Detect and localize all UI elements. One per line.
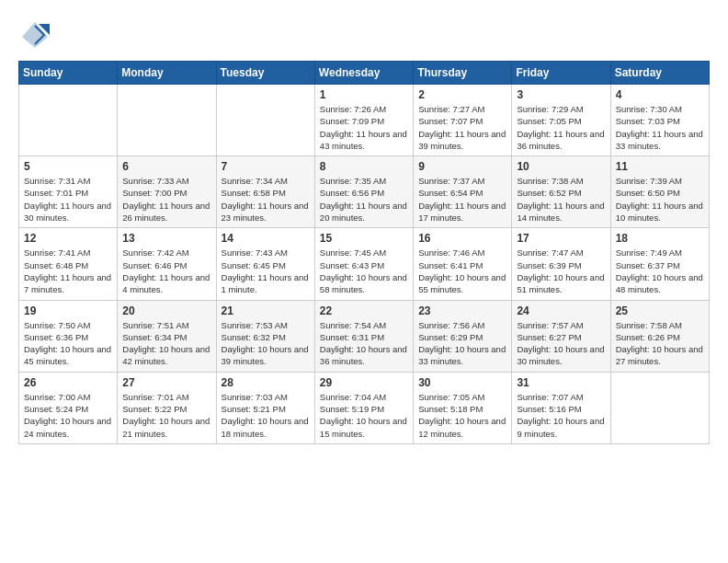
day-info: Sunrise: 7:03 AMSunset: 5:21 PMDaylight:…	[222, 391, 310, 440]
day-number: 1	[320, 88, 408, 101]
day-number: 7	[222, 160, 310, 173]
day-info: Sunrise: 7:27 AMSunset: 7:07 PMDaylight:…	[418, 103, 506, 152]
day-number: 14	[222, 232, 310, 245]
day-number: 17	[517, 232, 605, 245]
calendar-cell: 30Sunrise: 7:05 AMSunset: 5:18 PMDayligh…	[414, 372, 512, 443]
calendar-cell: 8Sunrise: 7:35 AMSunset: 6:56 PMDaylight…	[314, 156, 413, 228]
calendar-table: SundayMondayTuesdayWednesdayThursdayFrid…	[18, 61, 710, 444]
page-header	[18, 18, 710, 52]
day-number: 21	[222, 304, 310, 317]
day-number: 25	[616, 304, 704, 317]
calendar-cell	[216, 85, 314, 156]
day-info: Sunrise: 7:41 AMSunset: 6:48 PMDaylight:…	[24, 247, 112, 295]
calendar-cell: 31Sunrise: 7:07 AMSunset: 5:16 PMDayligh…	[512, 372, 610, 443]
day-number: 15	[320, 232, 408, 245]
day-info: Sunrise: 7:38 AMSunset: 6:52 PMDaylight:…	[517, 175, 605, 224]
calendar-cell: 27Sunrise: 7:01 AMSunset: 5:22 PMDayligh…	[118, 372, 216, 443]
day-info: Sunrise: 7:01 AMSunset: 5:22 PMDaylight:…	[122, 391, 210, 440]
logo-icon	[18, 18, 51, 52]
calendar-week-4: 19Sunrise: 7:50 AMSunset: 6:36 PMDayligh…	[19, 300, 710, 372]
weekday-header-row: SundayMondayTuesdayWednesdayThursdayFrid…	[19, 62, 710, 85]
calendar-cell: 1Sunrise: 7:26 AMSunset: 7:09 PMDaylight…	[314, 85, 413, 156]
day-number: 19	[24, 304, 112, 317]
day-info: Sunrise: 7:05 AMSunset: 5:18 PMDaylight:…	[418, 391, 506, 440]
calendar-cell: 23Sunrise: 7:56 AMSunset: 6:29 PMDayligh…	[414, 300, 512, 372]
day-number: 12	[24, 232, 112, 245]
calendar-cell: 2Sunrise: 7:27 AMSunset: 7:07 PMDaylight…	[414, 85, 512, 156]
calendar-cell: 3Sunrise: 7:29 AMSunset: 7:05 PMDaylight…	[512, 85, 610, 156]
calendar-cell: 20Sunrise: 7:51 AMSunset: 6:34 PMDayligh…	[118, 300, 216, 372]
day-number: 10	[517, 160, 605, 173]
day-info: Sunrise: 7:39 AMSunset: 6:50 PMDaylight:…	[616, 175, 704, 224]
day-info: Sunrise: 7:07 AMSunset: 5:16 PMDaylight:…	[517, 391, 605, 440]
day-info: Sunrise: 7:43 AMSunset: 6:45 PMDaylight:…	[222, 247, 310, 295]
calendar-cell: 25Sunrise: 7:58 AMSunset: 6:26 PMDayligh…	[610, 300, 709, 372]
day-number: 31	[517, 376, 605, 389]
day-info: Sunrise: 7:35 AMSunset: 6:56 PMDaylight:…	[320, 175, 408, 224]
day-number: 4	[616, 88, 704, 101]
weekday-header-wednesday: Wednesday	[314, 62, 413, 85]
day-number: 9	[418, 160, 506, 173]
weekday-header-saturday: Saturday	[610, 62, 709, 85]
calendar-cell: 13Sunrise: 7:42 AMSunset: 6:46 PMDayligh…	[118, 228, 216, 300]
day-number: 2	[418, 88, 506, 101]
calendar-week-1: 1Sunrise: 7:26 AMSunset: 7:09 PMDaylight…	[19, 85, 710, 156]
calendar-cell: 4Sunrise: 7:30 AMSunset: 7:03 PMDaylight…	[610, 85, 709, 156]
weekday-header-tuesday: Tuesday	[216, 62, 314, 85]
calendar-cell: 9Sunrise: 7:37 AMSunset: 6:54 PMDaylight…	[414, 156, 512, 228]
day-info: Sunrise: 7:30 AMSunset: 7:03 PMDaylight:…	[616, 103, 704, 152]
day-number: 6	[122, 160, 210, 173]
calendar-cell: 18Sunrise: 7:49 AMSunset: 6:37 PMDayligh…	[610, 228, 709, 300]
day-number: 27	[122, 376, 210, 389]
calendar-cell: 29Sunrise: 7:04 AMSunset: 5:19 PMDayligh…	[314, 372, 413, 443]
day-info: Sunrise: 7:49 AMSunset: 6:37 PMDaylight:…	[616, 247, 704, 295]
calendar-week-3: 12Sunrise: 7:41 AMSunset: 6:48 PMDayligh…	[19, 228, 710, 300]
day-info: Sunrise: 7:50 AMSunset: 6:36 PMDaylight:…	[24, 319, 112, 368]
calendar-cell: 21Sunrise: 7:53 AMSunset: 6:32 PMDayligh…	[216, 300, 314, 372]
day-number: 13	[122, 232, 210, 245]
day-number: 23	[418, 304, 506, 317]
day-info: Sunrise: 7:31 AMSunset: 7:01 PMDaylight:…	[24, 175, 112, 224]
day-number: 18	[616, 232, 704, 245]
day-info: Sunrise: 7:42 AMSunset: 6:46 PMDaylight:…	[122, 247, 210, 295]
day-number: 30	[418, 376, 506, 389]
calendar-week-2: 5Sunrise: 7:31 AMSunset: 7:01 PMDaylight…	[19, 156, 710, 228]
calendar-cell: 24Sunrise: 7:57 AMSunset: 6:27 PMDayligh…	[512, 300, 610, 372]
calendar-cell: 17Sunrise: 7:47 AMSunset: 6:39 PMDayligh…	[512, 228, 610, 300]
weekday-header-thursday: Thursday	[414, 62, 512, 85]
calendar-cell: 7Sunrise: 7:34 AMSunset: 6:58 PMDaylight…	[216, 156, 314, 228]
calendar-cell: 19Sunrise: 7:50 AMSunset: 6:36 PMDayligh…	[19, 300, 118, 372]
day-info: Sunrise: 7:37 AMSunset: 6:54 PMDaylight:…	[418, 175, 506, 224]
day-info: Sunrise: 7:04 AMSunset: 5:19 PMDaylight:…	[320, 391, 408, 440]
calendar-week-5: 26Sunrise: 7:00 AMSunset: 5:24 PMDayligh…	[19, 372, 710, 443]
calendar-cell: 15Sunrise: 7:45 AMSunset: 6:43 PMDayligh…	[314, 228, 413, 300]
calendar-cell: 5Sunrise: 7:31 AMSunset: 7:01 PMDaylight…	[19, 156, 118, 228]
day-number: 22	[320, 304, 408, 317]
day-info: Sunrise: 7:00 AMSunset: 5:24 PMDaylight:…	[24, 391, 112, 440]
weekday-header-sunday: Sunday	[19, 62, 118, 85]
day-number: 11	[616, 160, 704, 173]
calendar-cell: 12Sunrise: 7:41 AMSunset: 6:48 PMDayligh…	[19, 228, 118, 300]
day-info: Sunrise: 7:51 AMSunset: 6:34 PMDaylight:…	[122, 319, 210, 368]
calendar-cell: 14Sunrise: 7:43 AMSunset: 6:45 PMDayligh…	[216, 228, 314, 300]
day-info: Sunrise: 7:54 AMSunset: 6:31 PMDaylight:…	[320, 319, 408, 368]
day-number: 8	[320, 160, 408, 173]
day-info: Sunrise: 7:58 AMSunset: 6:26 PMDaylight:…	[616, 319, 704, 368]
day-number: 20	[122, 304, 210, 317]
day-info: Sunrise: 7:53 AMSunset: 6:32 PMDaylight:…	[222, 319, 310, 368]
calendar-cell: 28Sunrise: 7:03 AMSunset: 5:21 PMDayligh…	[216, 372, 314, 443]
day-number: 28	[222, 376, 310, 389]
calendar-cell	[118, 85, 216, 156]
day-info: Sunrise: 7:45 AMSunset: 6:43 PMDaylight:…	[320, 247, 408, 295]
day-number: 5	[24, 160, 112, 173]
day-info: Sunrise: 7:29 AMSunset: 7:05 PMDaylight:…	[517, 103, 605, 152]
day-number: 26	[24, 376, 112, 389]
calendar-cell: 6Sunrise: 7:33 AMSunset: 7:00 PMDaylight…	[118, 156, 216, 228]
calendar-cell	[19, 85, 118, 156]
weekday-header-friday: Friday	[512, 62, 610, 85]
day-info: Sunrise: 7:34 AMSunset: 6:58 PMDaylight:…	[222, 175, 310, 224]
day-info: Sunrise: 7:26 AMSunset: 7:09 PMDaylight:…	[320, 103, 408, 152]
day-number: 29	[320, 376, 408, 389]
weekday-header-monday: Monday	[118, 62, 216, 85]
calendar-cell: 16Sunrise: 7:46 AMSunset: 6:41 PMDayligh…	[414, 228, 512, 300]
